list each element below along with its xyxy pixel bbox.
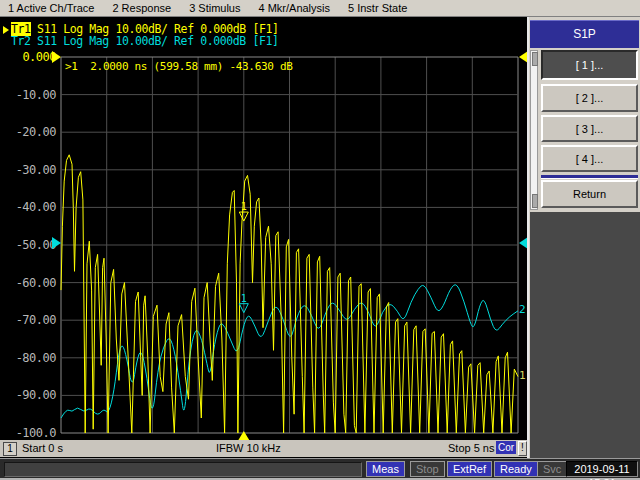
y-axis-label: -10.00 — [0, 88, 56, 102]
menu-response[interactable]: 2 Response — [103, 2, 180, 14]
alert-badge: ! — [518, 441, 527, 456]
status-extref: ExtRef — [447, 461, 492, 477]
channel-status-bar: 1 Start 0 s IFBW 10 kHz Stop 5 ns Cor ! — [0, 440, 527, 457]
status-meas: Meas — [366, 461, 405, 477]
instrument-status-bar: Meas Stop ExtRef Ready Svc 2019-09-11 15… — [0, 458, 640, 480]
y-axis-label: -70.00 — [0, 313, 56, 327]
softkey-menu-title: S1P — [530, 20, 639, 48]
menu-stimulus[interactable]: 3 Stimulus — [180, 2, 249, 14]
softkey-separator — [541, 175, 638, 179]
trace2-info[interactable]: Tr2 S11 Log Mag 10.00dB/ Ref 0.000dB [F1… — [3, 36, 278, 47]
marker-number: 1 — [241, 293, 247, 304]
y-axis-label: -80.00 — [0, 351, 56, 365]
y-axis-label: -20.00 — [0, 125, 56, 139]
menu-instr-state[interactable]: 5 Instr State — [339, 2, 416, 14]
softkey-file-4[interactable]: [ 4 ]... — [541, 145, 638, 172]
marker1-readout: >1 2.0000 ns (599.58 mm) -43.630 dB — [65, 60, 293, 73]
y-axis-label: -30.00 — [0, 163, 56, 177]
sweep-start-label: Start 0 s — [22, 442, 63, 454]
menu-mkr-analysis[interactable]: 4 Mkr/Analysis — [249, 2, 339, 14]
y-axis-label: -60.00 — [0, 276, 56, 290]
y-axis-label: -50.00 — [0, 238, 56, 252]
scrollbar-thumb-bottom[interactable] — [532, 194, 538, 208]
graticule-plot: 11 — [61, 57, 518, 445]
ref-level-triangle-icon — [52, 51, 61, 63]
y-axis-label: -100.0 — [0, 426, 56, 440]
active-trace-arrow-icon — [3, 26, 9, 34]
softkey-file-2[interactable]: [ 2 ]... — [541, 84, 638, 112]
softkey-scrollbar[interactable] — [530, 50, 538, 210]
ref-level-triangle-icon — [52, 237, 61, 249]
softkey-file-3[interactable]: [ 3 ]... — [541, 115, 638, 142]
menu-bar: 1 Active Ch/Trace 2 Response 3 Stimulus … — [0, 0, 640, 17]
sweep-stop-label: Stop 5 ns — [448, 442, 494, 454]
correction-badge: Cor — [496, 441, 516, 454]
y-axis-label: 0.000 — [0, 50, 56, 64]
display-area: Tr1 S11 Log Mag 10.00dB/ Ref 0.000dB [F1… — [0, 17, 527, 457]
softkey-return[interactable]: Return — [541, 180, 638, 208]
softkey-file-1[interactable]: [ 1 ]... — [541, 50, 638, 80]
y-axis-label: -40.00 — [0, 200, 56, 214]
softkey-empty-area — [530, 212, 640, 458]
trace2-settings: S11 Log Mag 10.00dB/ Ref 0.000dB [F1] — [31, 34, 279, 48]
trace2-id: Tr2 — [11, 34, 31, 48]
menu-active-ch-trace[interactable]: 1 Active Ch/Trace — [0, 2, 103, 14]
vna-screen: 1 Active Ch/Trace 2 Response 3 Stimulus … — [0, 0, 640, 480]
marker-number: 1 — [241, 201, 247, 212]
softkey-menu: S1P [ 1 ]... [ 2 ]... [ 3 ]... [ 4 ]... … — [527, 17, 640, 458]
trace-plot-svg: 11 — [61, 57, 518, 445]
status-ready: Ready — [494, 461, 538, 477]
y-axis-label: -90.00 — [0, 388, 56, 402]
ifbw-label: IFBW 10 kHz — [216, 442, 281, 454]
status-svc: Svc — [537, 461, 567, 477]
status-datetime: 2019-09-11 15:31 — [566, 461, 638, 477]
scrollbar-thumb-top[interactable] — [532, 52, 538, 66]
status-stop: Stop — [410, 461, 445, 477]
status-message-panel — [4, 462, 362, 477]
channel-number-box: 1 — [3, 442, 17, 456]
